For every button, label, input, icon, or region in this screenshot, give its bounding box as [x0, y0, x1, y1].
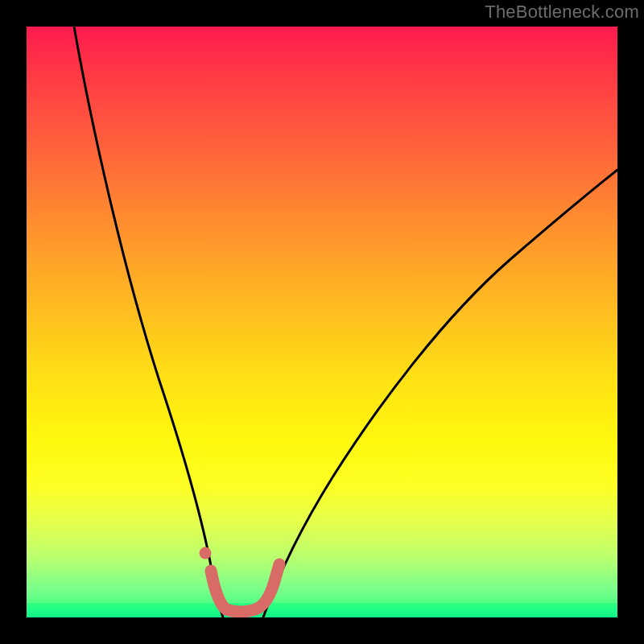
left-curve [74, 27, 223, 617]
right-curve [263, 170, 617, 617]
trough-highlight [211, 564, 279, 612]
watermark-text: TheBottleneck.com [485, 2, 639, 23]
left-dot-icon [200, 547, 212, 559]
curves-svg [27, 27, 617, 617]
chart-outer-frame: TheBottleneck.com [0, 0, 644, 644]
plot-area [27, 27, 617, 617]
